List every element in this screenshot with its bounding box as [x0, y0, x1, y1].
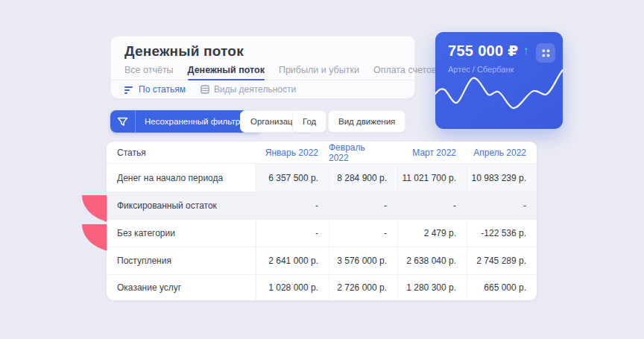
column-header-april[interactable]: Апрель 2022 [467, 142, 537, 163]
cash-flow-table: Статья Январь 2022 Февраль 2022 Март 202… [107, 142, 537, 300]
grid-apps-button[interactable] [536, 43, 555, 63]
row-label: Фиксированный остаток [107, 191, 256, 219]
table-cell: 8 284 900 р. [329, 163, 397, 191]
table-cell: 2 479 р. [397, 219, 467, 247]
table-cell: - [256, 219, 329, 247]
toggle-by-items[interactable]: По статьям [124, 84, 186, 95]
table-cell: 11 021 700 р. [397, 163, 467, 191]
grid-icon [542, 49, 550, 57]
table-cell: 1 028 000 р. [256, 274, 329, 300]
trend-up-arrow-icon: ↑ [523, 44, 528, 57]
table-cell: 665 000 р. [467, 274, 537, 300]
tab-profit-loss[interactable]: Прибыли и убытки [279, 65, 359, 80]
column-header-march[interactable]: Март 2022 [397, 142, 467, 163]
page-title: Денежный поток [124, 43, 414, 60]
table-cell: 3 576 000 р. [329, 247, 397, 274]
tab-all-reports[interactable]: Все отчёты [124, 65, 174, 80]
table-cell: 2 726 000 р. [329, 274, 397, 300]
table-cell: 2 641 000 р. [256, 247, 329, 274]
table-cell: - [397, 191, 467, 219]
row-label: Поступления [107, 247, 256, 274]
toggle-activity-types[interactable]: Виды деятельности [201, 84, 296, 95]
table-cell: 6 357 500 р. [256, 163, 329, 191]
column-header-february[interactable]: Февраль 2022 [329, 142, 397, 163]
column-header-item: Статья [107, 142, 256, 163]
table-cell: 10 983 239 р. [467, 163, 537, 191]
filter-chip-year[interactable]: Год [292, 110, 326, 133]
table-cell: - [329, 191, 397, 219]
sparkline-chart [435, 69, 563, 129]
report-tabs: Все отчёты Денежный поток Прибыли и убыт… [111, 60, 414, 80]
table-cell: 1 280 300 р. [397, 274, 467, 300]
tab-cash-flow[interactable]: Денежный поток [188, 65, 265, 80]
report-header-card: Денежный поток Все отчёты Денежный поток… [110, 36, 415, 98]
active-filter-pill[interactable]: Несохраненный фильтр ✕ [110, 110, 262, 133]
toggle-activity-types-label: Виды деятельности [214, 84, 296, 95]
table-cell: 2 745 289 р. [467, 247, 537, 274]
account-balance: 755 000 ₽ [448, 42, 518, 60]
sort-lines-icon [124, 86, 134, 94]
table-cell: - [329, 219, 397, 247]
account-name: Артес / Сбербанк [448, 65, 514, 74]
row-label: Оказание услуг [107, 274, 256, 300]
column-header-january[interactable]: Январь 2022 [256, 142, 329, 163]
table-cell: -122 536 р. [467, 219, 537, 247]
funnel-icon [117, 117, 128, 127]
active-filter-label: Несохраненный фильтр [136, 117, 247, 126]
row-label: Без категории [107, 219, 256, 247]
filter-chip-movement-type[interactable]: Вид движения [328, 110, 405, 133]
stack-icon [201, 85, 209, 94]
toggle-by-items-label: По статьям [139, 84, 186, 95]
table-cell: - [256, 191, 329, 219]
filter-funnel-button[interactable] [110, 110, 135, 133]
table-cell: 2 638 040 р. [397, 247, 467, 274]
view-toggle-row: По статьям Виды деятельности [111, 80, 414, 98]
row-label: Денег на начало периода [107, 163, 256, 191]
tab-bill-payment[interactable]: Оплата счетов [373, 65, 437, 80]
table-cell: - [467, 191, 537, 219]
account-balance-card[interactable]: 755 000 ₽ ↑ Артес / Сбербанк [435, 32, 563, 129]
